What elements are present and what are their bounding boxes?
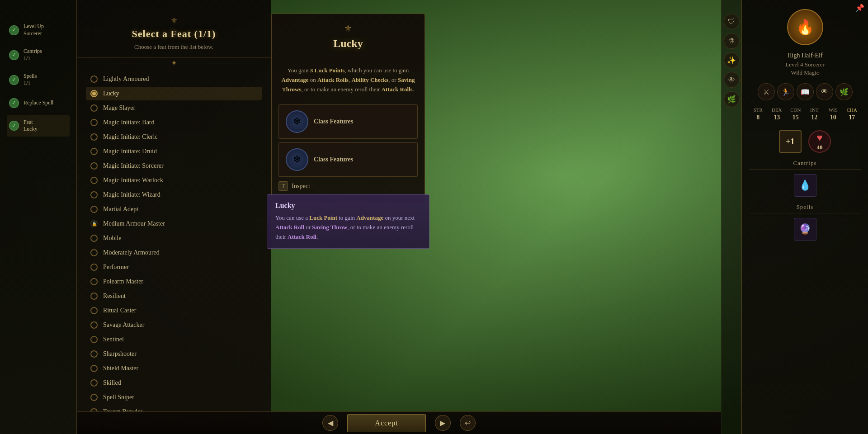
step-level-up[interactable]: ✓ Level UpSorcerer xyxy=(7,19,70,41)
left-sidebar: ✓ Level UpSorcerer ✓ Cantrips1/1 ✓ Spell… xyxy=(0,0,77,434)
feat-item-magic-sorcerer[interactable]: Magic Initiate: Sorcerer xyxy=(86,159,262,173)
sidebar-icon-shield[interactable]: 🛡 xyxy=(724,14,740,29)
stat-icon-flame[interactable]: 🌿 xyxy=(835,83,853,100)
feat-radio-skilled xyxy=(90,379,98,387)
feat-item-medium-armour[interactable]: 🔒 Medium Armour Master xyxy=(86,217,262,231)
feat-item-shield-master[interactable]: Shield Master xyxy=(86,362,262,375)
feat-list: Lightly Armoured Lucky Mage Slayer Magic… xyxy=(77,68,271,434)
ac-value: +1 xyxy=(786,137,794,146)
feat-radio-resilient xyxy=(90,292,98,300)
label-wis: WIS xyxy=(826,107,840,113)
feat-item-sentinel[interactable]: Sentinel xyxy=(86,333,262,346)
ability-labels: STR DEX CON INT WIS CHA xyxy=(749,107,861,113)
feat-radio-shield xyxy=(90,365,98,372)
feat-item-spell-sniper[interactable]: Spell Sniper xyxy=(86,391,262,404)
stat-icon-book[interactable]: 📖 xyxy=(797,83,814,100)
feat-item-magic-cleric[interactable]: Magic Initiate: Cleric xyxy=(86,130,262,144)
step-spells[interactable]: ✓ Spells1/1 xyxy=(7,69,70,90)
feature-icon-1: ❄ xyxy=(286,110,308,133)
value-int: 12 xyxy=(807,114,821,121)
feat-radio-spell-sniper xyxy=(90,394,98,401)
feat-item-ritual-caster[interactable]: Ritual Caster xyxy=(86,304,262,317)
feat-name-magic-sorcerer: Magic Initiate: Sorcerer xyxy=(103,162,164,170)
feat-item-savage-attacker[interactable]: Savage Attacker xyxy=(86,318,262,332)
feat-radio-magic-bard xyxy=(90,119,98,126)
feat-name-magic-cleric: Magic Initiate: Cleric xyxy=(103,133,158,141)
step-label-feat: FeatLucky xyxy=(24,119,38,133)
step-replace-spell[interactable]: ✓ Replace Spell xyxy=(7,94,70,112)
feat-selection-panel: ⚜ Select a Feat (1/1) Choose a feat from… xyxy=(77,0,271,434)
feat-item-martial-adept[interactable]: Martial Adept xyxy=(86,203,262,216)
detail-header: ⚜ Lucky xyxy=(272,14,425,59)
feat-item-magic-bard[interactable]: Magic Initiate: Bard xyxy=(86,116,262,129)
character-emblem: 🔥 xyxy=(787,9,823,45)
character-panel: 📌 🔥 High Half-Elf Level 4 Sorcerer Wild … xyxy=(741,0,868,434)
feat-name-shield: Shield Master xyxy=(103,365,138,372)
inspect-button[interactable]: Inspect xyxy=(292,183,310,190)
feat-name-magic-wizard: Magic Initiate: Wizard xyxy=(103,191,160,198)
feat-item-moderately-armoured[interactable]: Moderately Armoured xyxy=(86,246,262,259)
feat-item-magic-druid[interactable]: Magic Initiate: Druid xyxy=(86,145,262,158)
feat-radio-ritual xyxy=(90,307,98,314)
divider-diamond xyxy=(172,61,175,65)
feat-radio-magic-wizard xyxy=(90,191,98,198)
step-label-spells: Spells1/1 xyxy=(24,73,37,87)
forward-button[interactable]: ▶ xyxy=(435,415,451,431)
hp-icon: ♥ xyxy=(816,132,822,144)
spells-section-title: Spells xyxy=(749,203,861,213)
feat-item-resilient[interactable]: Resilient xyxy=(86,289,262,303)
feat-item-magic-wizard[interactable]: Magic Initiate: Wizard xyxy=(86,188,262,202)
detail-feat-name: Lucky xyxy=(281,38,415,50)
stat-icon-eye-stat[interactable]: 👁 xyxy=(816,83,833,100)
step-label-cantrips: Cantrips1/1 xyxy=(24,48,42,62)
feat-list-container: Lightly Armoured Lucky Mage Slayer Magic… xyxy=(77,68,271,434)
feat-item-lightly-armoured[interactable]: Lightly Armoured xyxy=(86,72,262,86)
feature-label-2: Class Features xyxy=(314,156,353,163)
feat-name-lightly-armoured: Lightly Armoured xyxy=(103,75,149,83)
label-con: CON xyxy=(789,107,802,113)
tooltip-highlight-advantage: Advantage xyxy=(356,214,383,221)
back-button[interactable]: ◀ xyxy=(322,415,338,431)
stat-icon-sword[interactable]: ⚔ xyxy=(758,83,775,100)
class-feature-card-1[interactable]: ❄ Class Features xyxy=(278,104,418,139)
class-feature-card-2[interactable]: ❄ Class Features xyxy=(278,142,418,177)
feat-radio-lucky xyxy=(90,90,98,97)
step-cantrips[interactable]: ✓ Cantrips1/1 xyxy=(7,44,70,66)
feat-item-sharpshooter[interactable]: Sharpshooter xyxy=(86,347,262,361)
feat-item-skilled[interactable]: Skilled xyxy=(86,376,262,390)
cantrip-icon-1[interactable]: 💧 xyxy=(794,174,816,197)
step-feat[interactable]: ✓ FeatLucky xyxy=(7,115,70,137)
feat-name-savage: Savage Attacker xyxy=(103,321,144,329)
feat-item-magic-warlock[interactable]: Magic Initiate: Warlock xyxy=(86,174,262,187)
feat-item-polearm-master[interactable]: Polearm Master xyxy=(86,275,262,288)
label-dex: DEX xyxy=(770,107,783,113)
feat-radio-savage xyxy=(90,321,98,329)
pin-icon[interactable]: 📌 xyxy=(855,4,864,12)
cantrips-section-title: Cantrips xyxy=(749,160,861,170)
tooltip-highlight-reroll: Attack Roll xyxy=(288,233,316,240)
undo-button[interactable]: ↩ xyxy=(460,415,476,431)
sidebar-icon-magic[interactable]: ✨ xyxy=(724,52,740,68)
feat-item-mobile[interactable]: Mobile xyxy=(86,231,262,245)
feat-item-lucky[interactable]: Lucky xyxy=(86,87,262,100)
cantrip-icons-row: 💧 xyxy=(789,174,821,197)
feat-name-polearm: Polearm Master xyxy=(103,278,143,285)
highlight-enemy-reroll: Attack Rolls xyxy=(382,86,413,93)
sidebar-icon-potion[interactable]: ⚗ xyxy=(724,33,740,49)
sidebar-icon-leaf[interactable]: 🌿 xyxy=(724,91,740,107)
panel-subtitle: Choose a feat from the list below. xyxy=(90,43,257,51)
feat-item-mage-slayer[interactable]: Mage Slayer xyxy=(86,101,262,115)
panel-ornament: ⚜ xyxy=(90,14,257,28)
tooltip-title: Lucky xyxy=(275,202,421,210)
accept-button[interactable]: Accept xyxy=(347,414,425,432)
step-check-spells: ✓ xyxy=(9,75,19,85)
inspect-area: T Inspect xyxy=(278,181,418,191)
highlight-ability: Ability Checks xyxy=(351,76,388,83)
divider-line-left xyxy=(86,63,169,63)
sidebar-icon-eye[interactable]: 👁 xyxy=(724,72,740,88)
spell-icon-1[interactable]: 🔮 xyxy=(794,218,816,241)
label-int: INT xyxy=(807,107,821,113)
feat-radio-magic-cleric xyxy=(90,133,98,141)
feat-item-performer[interactable]: Performer xyxy=(86,260,262,274)
stat-icon-run[interactable]: 🏃 xyxy=(777,83,794,100)
